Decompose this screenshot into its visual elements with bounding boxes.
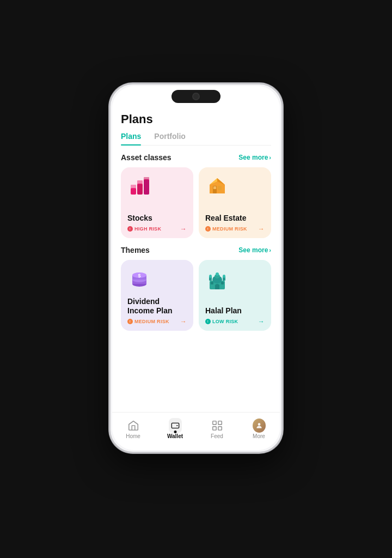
- svg-rect-24: [221, 282, 224, 284]
- more-icon: [253, 419, 266, 432]
- page-title: Plans: [121, 110, 271, 132]
- svg-rect-2: [144, 179, 149, 195]
- nav-item-feed[interactable]: Feed: [203, 419, 231, 439]
- svg-point-30: [258, 423, 260, 426]
- stocks-risk-dot: !: [127, 226, 133, 232]
- halal-arrow: →: [258, 318, 265, 325]
- wallet-label: Wallet: [167, 433, 183, 439]
- more-label: More: [253, 433, 265, 439]
- svg-rect-29: [218, 427, 221, 430]
- themes-see-more[interactable]: See more ›: [238, 246, 271, 254]
- feed-icon: [211, 419, 224, 432]
- realestate-risk-dot: !: [205, 226, 211, 232]
- realestate-card[interactable]: Real Estate ! MEDIUM RISK →: [199, 167, 271, 238]
- dividend-title: Dividend Income Plan: [127, 297, 187, 316]
- stocks-arrow: →: [180, 225, 187, 233]
- asset-classes-grid: Stocks ! HIGH RISK →: [121, 167, 271, 238]
- home-label: Home: [126, 433, 140, 439]
- tabs-bar: Plans Portfolio: [121, 132, 271, 145]
- svg-rect-26: [212, 421, 216, 424]
- avatar: [253, 418, 266, 433]
- app-content: Plans Plans Portfolio Asset classes: [112, 110, 280, 412]
- halal-risk: ! LOW RISK →: [205, 318, 265, 325]
- themes-grid: $ Dividend Income Plan ! MEDIUM RISK →: [121, 260, 271, 331]
- asset-classes-header: Asset classes See more ›: [121, 153, 271, 162]
- svg-rect-3: [131, 185, 136, 189]
- halal-title: Halal Plan: [205, 306, 265, 316]
- halal-risk-dot: !: [205, 319, 211, 324]
- halal-icon: [205, 266, 229, 294]
- stocks-risk: ! HIGH RISK →: [127, 225, 187, 233]
- themes-chevron-icon: ›: [269, 247, 271, 253]
- realestate-risk: ! MEDIUM RISK →: [205, 225, 265, 233]
- themes-section: Themes See more ›: [121, 246, 271, 338]
- halal-card[interactable]: Halal Plan ! LOW RISK →: [199, 260, 271, 331]
- realestate-icon: [205, 174, 229, 201]
- nav-item-more[interactable]: More: [245, 419, 273, 439]
- dividend-card[interactable]: $ Dividend Income Plan ! MEDIUM RISK →: [121, 260, 193, 331]
- svg-rect-5: [144, 177, 149, 180]
- dividend-arrow: →: [180, 318, 187, 325]
- tab-portfolio[interactable]: Portfolio: [154, 132, 186, 145]
- svg-point-22: [223, 275, 225, 278]
- themes-title: Themes: [121, 246, 150, 254]
- svg-rect-4: [137, 180, 143, 185]
- svg-point-20: [209, 275, 212, 278]
- svg-rect-28: [212, 427, 216, 430]
- svg-point-18: [216, 272, 219, 276]
- themes-header: Themes See more ›: [121, 246, 271, 254]
- bottom-nav: Home Wallet: [112, 412, 280, 450]
- chevron-right-icon: ›: [269, 154, 271, 161]
- home-icon: [127, 419, 140, 432]
- dividend-risk: ! MEDIUM RISK →: [127, 318, 187, 325]
- asset-classes-title: Asset classes: [121, 153, 171, 162]
- dividend-risk-dot: !: [127, 319, 133, 324]
- svg-rect-7: [218, 186, 222, 190]
- svg-rect-23: [211, 282, 213, 284]
- realestate-title: Real Estate: [205, 214, 265, 223]
- asset-classes-section: Asset classes See more ›: [121, 153, 271, 246]
- stocks-card[interactable]: Stocks ! HIGH RISK →: [121, 167, 193, 238]
- stocks-icon: [127, 174, 151, 201]
- svg-rect-1: [137, 184, 143, 195]
- feed-label: Feed: [211, 433, 223, 439]
- phone-wrapper: Plans Plans Portfolio Asset classes: [109, 83, 283, 453]
- stocks-title: Stocks: [127, 214, 187, 223]
- tab-plans[interactable]: Plans: [121, 132, 141, 145]
- asset-classes-see-more[interactable]: See more ›: [238, 154, 271, 161]
- phone-frame: Plans Plans Portfolio Asset classes: [109, 83, 283, 453]
- realestate-arrow: →: [258, 225, 265, 233]
- svg-text:$: $: [138, 273, 140, 278]
- wallet-icon: [169, 419, 182, 432]
- nav-item-home[interactable]: Home: [119, 419, 148, 439]
- svg-rect-8: [213, 186, 216, 189]
- svg-rect-27: [218, 421, 221, 424]
- notch: [171, 90, 220, 103]
- wallet-active-dot: [174, 430, 176, 433]
- nav-item-wallet[interactable]: Wallet: [161, 419, 189, 439]
- screen: Plans Plans Portfolio Asset classes: [112, 86, 280, 450]
- dividend-icon: $: [127, 266, 151, 294]
